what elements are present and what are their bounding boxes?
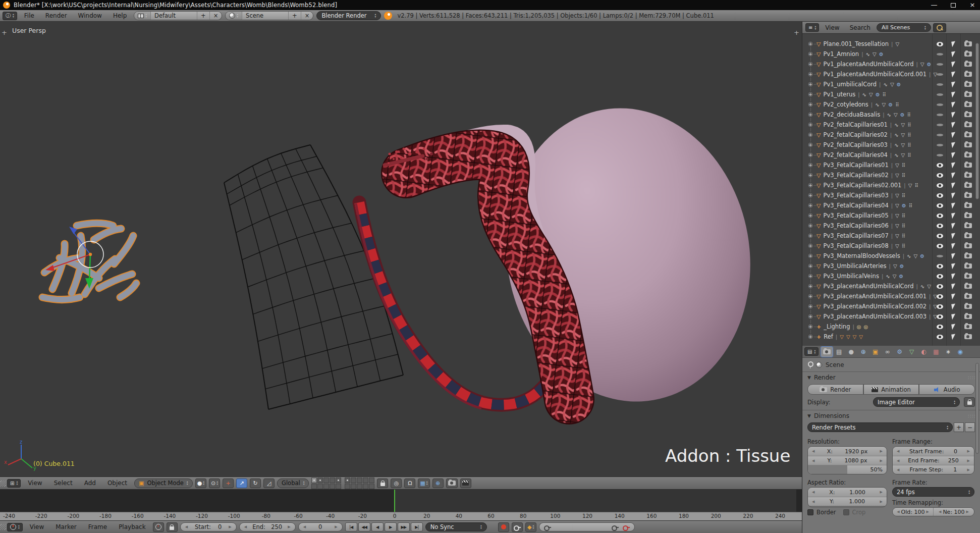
selectability-cursor-icon[interactable] — [947, 200, 961, 210]
tab-object[interactable]: ▣ — [869, 347, 881, 357]
framerate-selector[interactable]: 24 fps ▴▾ — [892, 487, 974, 497]
renderability-camera-icon[interactable] — [961, 311, 975, 322]
object-name[interactable]: Pv3_FetalCapillaries02 — [823, 172, 888, 179]
object-name[interactable]: Pv1_Amnion — [823, 50, 859, 58]
expand-icon[interactable]: + — [807, 81, 813, 87]
expand-icon[interactable]: + — [807, 273, 813, 279]
properties-scrollbar[interactable] — [975, 363, 979, 454]
timeline-ruler[interactable]: -240-220-200-180-160-140-120-100-80-60-4… — [0, 512, 802, 520]
keying-set-selector[interactable]: ◆▴▾ — [525, 522, 536, 532]
opengl-render-anim-button[interactable] — [460, 478, 471, 488]
tab-world[interactable]: ⊕ — [857, 347, 869, 357]
rotate-manipulator-button[interactable]: ↻ — [250, 478, 261, 488]
outliner-row[interactable]: +▽Pv2_fetalCapillaries01|∿▽⠿ — [802, 120, 980, 130]
selectability-cursor-icon[interactable] — [947, 89, 961, 99]
editor-type-selector[interactable]: ⓘ▴▾ — [3, 12, 17, 20]
expand-icon[interactable]: + — [807, 142, 813, 148]
object-name[interactable]: Pv2_cotyledons — [823, 101, 868, 108]
renderability-camera-icon[interactable] — [961, 99, 975, 110]
selectability-cursor-icon[interactable] — [947, 281, 961, 291]
add-layout-button[interactable]: + — [197, 12, 209, 20]
visibility-eye-icon[interactable] — [933, 200, 947, 210]
screen-layout-selector[interactable]: ▴▾ Default + × — [134, 11, 222, 20]
outliner-row[interactable]: +▽Pv3_FetalCapillaries03|▽⠿ — [802, 190, 980, 200]
outliner-row[interactable]: +▽Pv1_placentaAndUmbilicalCord.001|▽ — [802, 69, 980, 79]
outliner-row[interactable]: +▽Pv3_UmbilicalVeins|∿▽⚙ — [802, 271, 980, 281]
animation-button[interactable]: Animation — [863, 384, 919, 395]
menu-view[interactable]: View — [25, 523, 48, 530]
object-name[interactable]: Pv3_FetalCapillaries04 — [823, 202, 888, 209]
menu-select[interactable]: Select — [49, 479, 77, 487]
viewport-shading-selector[interactable]: ●▴▾ — [195, 478, 206, 488]
outliner-row[interactable]: +▽Pv3_UmbilicalArteries|▽⚙ — [802, 261, 980, 271]
selectability-cursor-icon[interactable] — [947, 79, 961, 89]
proportional-edit-button[interactable]: ◎ — [391, 478, 402, 488]
visibility-eye-icon[interactable] — [933, 251, 947, 261]
selectability-cursor-icon[interactable] — [947, 221, 961, 231]
expand-icon[interactable]: + — [807, 334, 813, 340]
toolshelf-expand-button[interactable]: + — [2, 29, 7, 36]
outliner-row[interactable]: +▽Pv3_placentaAndUmbilicalCord.003|▽ — [802, 311, 980, 322]
jump-to-end-button[interactable]: ▶| — [411, 522, 423, 531]
snap-target-selector[interactable]: ⊕ — [432, 478, 444, 488]
renderability-camera-icon[interactable] — [961, 160, 975, 170]
selectability-cursor-icon[interactable] — [947, 311, 961, 322]
renderability-camera-icon[interactable] — [961, 180, 975, 190]
tab-modifiers[interactable]: ⚙ — [894, 347, 905, 357]
object-name[interactable]: Pv2_fetalCapillaries02 — [823, 131, 887, 138]
orientation-selector[interactable]: Global ▴▾ — [277, 478, 309, 488]
outliner-row[interactable]: +▽Pv3_placentaAndUmbilicalCord.001|▽ — [802, 291, 980, 301]
visibility-eye-icon[interactable] — [933, 180, 947, 190]
renderability-camera-icon[interactable] — [961, 291, 975, 301]
expand-icon[interactable]: + — [807, 303, 813, 309]
renderability-camera-icon[interactable] — [961, 140, 975, 150]
visibility-eye-icon[interactable] — [933, 241, 947, 251]
menu-window[interactable]: Window — [74, 12, 106, 19]
expand-icon[interactable]: + — [807, 293, 813, 299]
outliner-row[interactable]: +▽Pv3_FetalCapillaries07|▽⠿ — [802, 231, 980, 241]
expand-icon[interactable]: + — [807, 243, 813, 249]
scene-value[interactable]: Scene — [242, 12, 288, 20]
visibility-eye-icon[interactable] — [933, 271, 947, 281]
renderability-camera-icon[interactable] — [961, 170, 975, 180]
object-name[interactable]: Pv3_placentaAndUmbilicalCord.001 — [823, 293, 927, 300]
screen-layout-value[interactable]: Default — [150, 12, 197, 20]
playhead[interactable] — [394, 490, 395, 512]
aspect-x-field[interactable]: ◀X: 1.000▶ — [808, 488, 887, 497]
frame-step-field[interactable]: ◀Frame Step: 1▶ — [893, 465, 974, 474]
expand-icon[interactable]: + — [807, 223, 813, 229]
start-frame-field[interactable]: ◀Start: 0▶ — [180, 522, 237, 531]
renderability-camera-icon[interactable] — [961, 322, 975, 332]
pin-icon[interactable] — [807, 361, 812, 368]
timeline-track[interactable]: -240-220-200-180-160-140-120-100-80-60-4… — [0, 490, 802, 520]
selectability-cursor-icon[interactable] — [947, 291, 961, 301]
add-preset-button[interactable]: + — [954, 422, 964, 432]
menu-render[interactable]: Render — [41, 12, 71, 19]
outliner-row[interactable]: +▽Pv3_FetalCapillaries08|▽⠿ — [802, 241, 980, 251]
renderability-camera-icon[interactable] — [961, 190, 975, 200]
start-frame-field[interactable]: ◀Start Frame: 0▶ — [893, 447, 974, 456]
tab-render-layers[interactable]: ▤ — [833, 347, 845, 357]
checkbox-icon[interactable] — [807, 509, 813, 515]
expand-icon[interactable]: + — [807, 283, 813, 289]
outliner-row[interactable]: +▽Plane.001_Tessellation|▽ — [802, 39, 980, 49]
renderability-camera-icon[interactable] — [961, 251, 975, 261]
selectability-cursor-icon[interactable] — [947, 160, 961, 170]
selectability-cursor-icon[interactable] — [947, 140, 961, 150]
expand-icon[interactable]: + — [807, 152, 813, 158]
visibility-eye-icon[interactable] — [933, 190, 947, 200]
expand-icon[interactable]: + — [807, 112, 813, 118]
expand-icon[interactable]: + — [807, 263, 813, 269]
selectability-cursor-icon[interactable] — [947, 99, 961, 110]
renderability-camera-icon[interactable] — [961, 69, 975, 79]
renderability-camera-icon[interactable] — [961, 261, 975, 271]
selectability-cursor-icon[interactable] — [947, 271, 961, 281]
outliner-scope-selector[interactable]: All Scenes ▴▾ — [877, 23, 931, 32]
outliner-row[interactable]: +▽Pv1_placentaAndUmbilicalCord|▽⚙ — [802, 59, 980, 69]
next-keyframe-button[interactable]: ▶▶ — [398, 522, 410, 531]
tab-material[interactable]: ◐ — [918, 347, 930, 357]
prev-keyframe-button[interactable]: ◀◀ — [358, 522, 370, 531]
object-name[interactable]: Pv3_MaternalBloodVessels — [823, 252, 900, 259]
object-name[interactable]: Pv3_UmbilicalVeins — [823, 273, 879, 280]
tab-texture[interactable]: ▦ — [930, 347, 942, 357]
